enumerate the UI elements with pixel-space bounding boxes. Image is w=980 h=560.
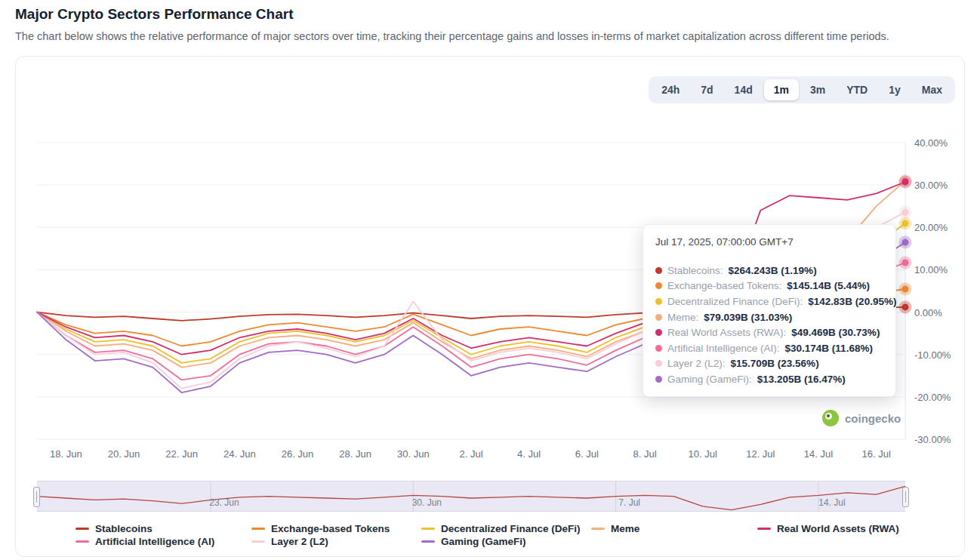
tooltip-series-value: $142.83B (20.95%) bbox=[808, 296, 896, 307]
y-axis-label: 40.00% bbox=[914, 137, 948, 149]
series-color-dot bbox=[655, 329, 662, 336]
navigator-axis-label: 14. Jul bbox=[818, 497, 845, 508]
x-axis-label: 4. Jul bbox=[517, 448, 541, 460]
page-subtitle: The chart below shows the relative perfo… bbox=[15, 30, 889, 42]
legend-series-swatch bbox=[251, 528, 265, 530]
series-color-dot bbox=[655, 282, 662, 289]
y-axis-label: -30.00% bbox=[914, 434, 951, 445]
time-range-ytd[interactable]: YTD bbox=[837, 79, 877, 100]
time-range-14d[interactable]: 14d bbox=[725, 79, 763, 100]
x-axis-label: 12. Jul bbox=[746, 448, 775, 460]
tooltip-row: Meme: $79.039B (31.03%) bbox=[655, 309, 883, 325]
y-axis-label: 20.00% bbox=[914, 222, 948, 233]
tooltip-series-label: Exchange-based Tokens: bbox=[667, 280, 781, 291]
legend-series-swatch bbox=[251, 540, 265, 543]
legend-series-label: Meme bbox=[611, 523, 639, 534]
series-color-dot bbox=[655, 298, 662, 305]
tooltip-row: Gaming (GameFi): $13.205B (16.47%) bbox=[655, 371, 883, 387]
legend-series-swatch bbox=[591, 528, 605, 530]
legend-item-decentralized-finance-defi[interactable]: Decentralized Finance (DeFi) bbox=[421, 523, 591, 534]
tooltip-series-label: Layer 2 (L2): bbox=[667, 358, 726, 369]
legend-item-gaming-gamefi[interactable]: Gaming (GameFi) bbox=[421, 536, 591, 547]
x-axis-label: 24. Jun bbox=[223, 448, 256, 460]
legend-series-swatch bbox=[757, 528, 771, 530]
time-range-1y[interactable]: 1y bbox=[879, 79, 911, 100]
chart-tooltip: Jul 17, 2025, 07:00:00 GMT+7 Stablecoins… bbox=[643, 224, 896, 397]
legend-series-label: Exchange-based Tokens bbox=[271, 523, 390, 534]
legend-series-label: Gaming (GameFi) bbox=[441, 536, 526, 547]
x-axis-label: 20. Jun bbox=[108, 448, 140, 460]
navigator-axis-label: 30. Jun bbox=[412, 497, 442, 508]
navigator-axis-label: 7. Jul bbox=[618, 497, 640, 508]
navigator-mini-chart bbox=[37, 482, 905, 512]
tooltip-series-value: $145.14B (5.44%) bbox=[787, 280, 870, 291]
series-color-dot bbox=[655, 267, 662, 274]
y-axis-label: -10.00% bbox=[914, 349, 951, 360]
legend-series-label: Artificial Intelligence (AI) bbox=[95, 536, 214, 547]
tooltip-rows: Stablecoins: $264.243B (1.19%)Exchange-b… bbox=[655, 263, 883, 387]
chart-card: 24h7d14d1m3mYTD1yMax 40.00%30.00%20.00%1… bbox=[15, 56, 965, 557]
legend-item-stablecoins[interactable]: Stablecoins bbox=[76, 523, 251, 534]
time-range-max[interactable]: Max bbox=[912, 79, 952, 100]
x-axis-label: 22. Jun bbox=[165, 448, 198, 460]
chart-navigator[interactable]: 23. Jun30. Jun7. Jul14. Jul bbox=[37, 481, 905, 512]
legend-item-layer-2-l2[interactable]: Layer 2 (L2) bbox=[251, 536, 421, 547]
legend-item-real-world-assets-rwa[interactable]: Real World Assets (RWA) bbox=[757, 523, 899, 534]
time-range-7d[interactable]: 7d bbox=[691, 79, 723, 100]
coingecko-logo-icon bbox=[822, 410, 839, 426]
time-range-3m[interactable]: 3m bbox=[800, 79, 835, 100]
series-color-dot bbox=[655, 345, 662, 352]
legend-series-swatch bbox=[421, 540, 435, 543]
tooltip-series-value: $264.243B (1.19%) bbox=[729, 265, 817, 276]
tooltip-series-label: Artificial Intelligence (AI): bbox=[667, 343, 780, 354]
legend-item-meme[interactable]: Meme bbox=[591, 523, 757, 534]
legend-series-label: Real World Assets (RWA) bbox=[777, 523, 899, 534]
x-axis-label: 8. Jul bbox=[633, 448, 656, 460]
legend-series-label: Decentralized Finance (DeFi) bbox=[441, 523, 581, 534]
tooltip-series-value: $30.174B (11.68%) bbox=[785, 343, 873, 354]
legend-series-swatch bbox=[76, 540, 89, 543]
tooltip-row: Layer 2 (L2): $15.709B (23.56%) bbox=[655, 356, 883, 372]
navigator-left-handle[interactable] bbox=[33, 487, 40, 507]
x-axis-label: 14. Jul bbox=[804, 448, 833, 460]
tooltip-series-label: Real World Assets (RWA): bbox=[667, 327, 786, 338]
legend-series-swatch bbox=[76, 528, 89, 530]
x-axis-label: 2. Jul bbox=[459, 448, 482, 460]
x-axis-label: 26. Jun bbox=[282, 448, 314, 460]
tooltip-row: Real World Assets (RWA): $49.469B (30.73… bbox=[655, 325, 883, 340]
legend-item-artificial-intelligence-ai[interactable]: Artificial Intelligence (AI) bbox=[76, 536, 251, 547]
tooltip-series-value: $13.205B (16.47%) bbox=[757, 374, 846, 385]
page-title: Major Crypto Sectors Performance Chart bbox=[15, 6, 294, 23]
tooltip-series-label: Gaming (GameFi): bbox=[667, 374, 752, 385]
x-axis-label: 16. Jul bbox=[862, 448, 891, 460]
tooltip-row: Decentralized Finance (DeFi): $142.83B (… bbox=[655, 294, 883, 309]
series-color-dot bbox=[655, 376, 662, 383]
legend-series-label: Layer 2 (L2) bbox=[271, 536, 328, 547]
navigator-right-handle[interactable] bbox=[902, 487, 909, 507]
x-axis-label: 6. Jul bbox=[575, 448, 599, 460]
x-axis-label: 28. Jun bbox=[339, 448, 371, 460]
tooltip-row: Exchange-based Tokens: $145.14B (5.44%) bbox=[655, 278, 883, 294]
tooltip-series-value: $79.039B (31.03%) bbox=[704, 312, 792, 323]
tooltip-series-label: Stablecoins: bbox=[667, 265, 723, 276]
coingecko-watermark-text: coingecko bbox=[845, 412, 901, 425]
legend-item-exchange-based-tokens[interactable]: Exchange-based Tokens bbox=[251, 523, 421, 534]
legend-series-label: Stablecoins bbox=[95, 523, 153, 534]
time-range-24h[interactable]: 24h bbox=[652, 79, 689, 100]
series-color-dot bbox=[655, 360, 662, 367]
tooltip-series-label: Decentralized Finance (DeFi): bbox=[667, 296, 803, 307]
y-axis-label: -20.00% bbox=[914, 391, 951, 402]
y-axis-label: 10.00% bbox=[914, 264, 948, 275]
x-axis-label: 18. Jun bbox=[50, 448, 82, 460]
tooltip-row: Artificial Intelligence (AI): $30.174B (… bbox=[655, 340, 883, 356]
tooltip-series-value: $49.469B (30.73%) bbox=[791, 327, 880, 338]
time-range-1m[interactable]: 1m bbox=[764, 79, 799, 100]
x-axis-label: 30. Jun bbox=[397, 448, 430, 460]
x-axis-label: 10. Jul bbox=[689, 448, 717, 460]
tooltip-timestamp: Jul 17, 2025, 07:00:00 GMT+7 bbox=[655, 236, 883, 248]
legend-row: StablecoinsExchange-based TokensDecentra… bbox=[76, 522, 899, 534]
chart-legend: StablecoinsExchange-based TokensDecentra… bbox=[76, 522, 899, 548]
tooltip-row: Stablecoins: $264.243B (1.19%) bbox=[655, 263, 883, 278]
legend-series-swatch bbox=[421, 528, 435, 530]
time-range-selector: 24h7d14d1m3mYTD1yMax bbox=[649, 76, 955, 103]
